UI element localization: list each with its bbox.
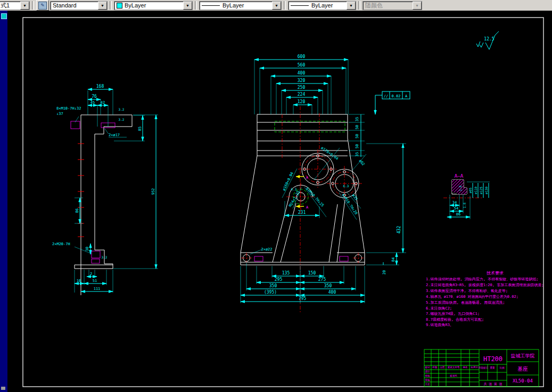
text-style-button[interactable]: ✎ (36, 0, 49, 11)
dim-text: 10 (77, 279, 81, 283)
dim-text: 54 (454, 206, 458, 211)
dim-text: 30 (85, 247, 89, 251)
cad-window: { "toolbar": { "dim_style": "式1", "text_… (0, 0, 552, 392)
thread-callout: 6×M10-7H↓25 (305, 187, 325, 208)
chevron-down-icon: ▼ (413, 2, 422, 10)
main-labels: 2×ø22 ø170+0.04 ø160+0.04 6×M10-7H↓25 4×… (250, 146, 366, 254)
note-line: 8.7级精度检验, 合格后方可装配; (426, 317, 484, 322)
dim-text: 600 (298, 54, 306, 59)
dim-text: 85 (138, 127, 142, 131)
dim-text: 50 (355, 144, 359, 148)
dim-text: 168 (96, 84, 104, 89)
tb-cell-label: 重量 (490, 366, 496, 369)
toolbar-separator (32, 1, 34, 10)
dim-text: 120 (298, 99, 306, 104)
dia-callout: ø35 (351, 193, 359, 201)
chevron-down-icon[interactable]: ▼ (20, 2, 29, 10)
hole-callout: 2×ø17 (109, 133, 120, 137)
note-line: 4.轴承孔 ø170、ø160 对底面A的平行度公差为0.02; (426, 295, 518, 299)
material-label: HT200 (483, 355, 502, 363)
roughness-mark: 3.2 (119, 118, 125, 121)
text-style-value: Standard (53, 2, 98, 9)
tb-row-label: 标准化 (449, 374, 457, 378)
dim-text: ø110 (474, 186, 477, 194)
toolbar-separator (358, 1, 360, 10)
dim-text: (395) (264, 290, 277, 295)
dim-text: 51 (93, 279, 97, 283)
dim-text: ø65 (468, 187, 472, 193)
dim-style-value: 式1 (1, 2, 20, 10)
color-value: ByLayer (125, 2, 183, 9)
chevron-down-icon[interactable]: ▼ (183, 2, 192, 10)
company-label: 盐城工学院 (511, 353, 535, 358)
dim-text: 135 (282, 271, 290, 276)
tb-cell-label: 阶段标记 (479, 366, 489, 370)
lineweight-value: ByLayer (311, 2, 347, 9)
dim-text: 84 (391, 257, 396, 262)
lineweight-combo[interactable]: ByLayer ▼ (288, 1, 356, 10)
color-swatch-icon (117, 3, 122, 9)
dim-text: 350 (269, 283, 277, 288)
linetype-combo[interactable]: ByLayer ▼ (199, 1, 282, 10)
note-line: 5.加工后清除铁屑, 各油路畅通, 用煤油清洗; (426, 300, 505, 305)
main-view-outline (241, 114, 365, 265)
dim-text: 350 (324, 283, 332, 288)
roughness-mark: 1.6 (463, 202, 466, 208)
foot-holes (241, 253, 364, 263)
dim-text: 35 (355, 117, 359, 121)
lineweight-swatch-icon (291, 5, 309, 6)
dim-text: 42 (101, 101, 105, 105)
tb-row-label: 审核 (425, 379, 431, 381)
surface-finish-note: 12.5 (476, 31, 499, 49)
main-top-dimensions: 600 560 400 320 250 224 120 (254, 54, 348, 114)
chevron-down-icon[interactable]: ▼ (347, 2, 356, 10)
roughness-value: 12.5 (484, 37, 494, 41)
dim-text: 86 (75, 208, 79, 213)
left-view-labels: 8×M10-7H↓32 ↓37 2×ø17 2×M20-7H 3.2 3.2 3… (52, 106, 127, 259)
text-style-icon: ✎ (38, 2, 47, 10)
tb-row-label: 设计 (425, 370, 431, 373)
linetype-value: ByLayer (223, 2, 272, 9)
toolbar-separator (110, 1, 112, 10)
dim-text: 224 (298, 92, 306, 97)
chevron-down-icon[interactable]: ▼ (272, 2, 281, 10)
tb-row-label: 校核 (425, 374, 431, 377)
hole-callout: 2×ø22 (261, 247, 272, 252)
dim-text: 50 (355, 134, 359, 138)
tb-header: 分区 (440, 365, 446, 369)
dim-text: 432 (397, 226, 401, 234)
dim-text: 320 (298, 78, 306, 83)
gdt-datum: A (405, 94, 408, 98)
plot-style-combo: 随颜色 ▼ (362, 1, 422, 10)
drawing-number: XL50-04 (513, 378, 533, 383)
plot-style-value: 随颜色 (365, 2, 413, 10)
dim-text: 400 (328, 290, 336, 295)
toolbar-separator (284, 1, 286, 10)
note-line: 7.螺纹孔按7H级, 孔口倒角C1; (426, 312, 480, 316)
section-aa: A—A 34 54 86 ø65 ø110 ø125 ø130 1.6 1.6 (443, 173, 490, 219)
roughness-mark: 6.3 (343, 184, 349, 188)
dim-text: 20 (382, 270, 386, 274)
dim-text: 35 (355, 152, 359, 156)
dim-text: 34 (452, 201, 457, 205)
notes-title: 技术要求 (486, 271, 504, 276)
dim-text: ø125 (479, 186, 483, 194)
drawing-svg[interactable]: 600 560 400 320 250 224 120 // 0.02 A 35… (0, 11, 552, 392)
roughness-mark: 3.2 (102, 255, 108, 259)
tb-header: 更改文件号 (448, 365, 460, 369)
dim-style-combo[interactable]: 式1 ▼ (0, 1, 30, 10)
dim-text: 150 (308, 271, 316, 276)
thread-callout: 2×M20-7H (52, 242, 70, 246)
dim-text: 111 (94, 287, 101, 291)
color-combo[interactable]: ByLayer ▼ (114, 1, 193, 10)
dim-text: 952 (151, 188, 155, 195)
main-right-ladder: 35 50 50 50 35 (349, 114, 365, 157)
tb-header: 处数 (433, 365, 438, 369)
toolbar-separator (195, 1, 197, 10)
note-line: 2.未注铸造圆角R3~R5, 拔模斜度1:20, 非加工表面清理后涂防锈漆; (426, 282, 543, 287)
tb-header: 签名 (463, 366, 468, 369)
text-style-combo[interactable]: Standard ▼ (50, 1, 108, 10)
dim-text: 400 (298, 71, 306, 76)
chevron-down-icon[interactable]: ▼ (98, 2, 107, 10)
note-line: 6.未注倒角C2; (426, 306, 452, 311)
